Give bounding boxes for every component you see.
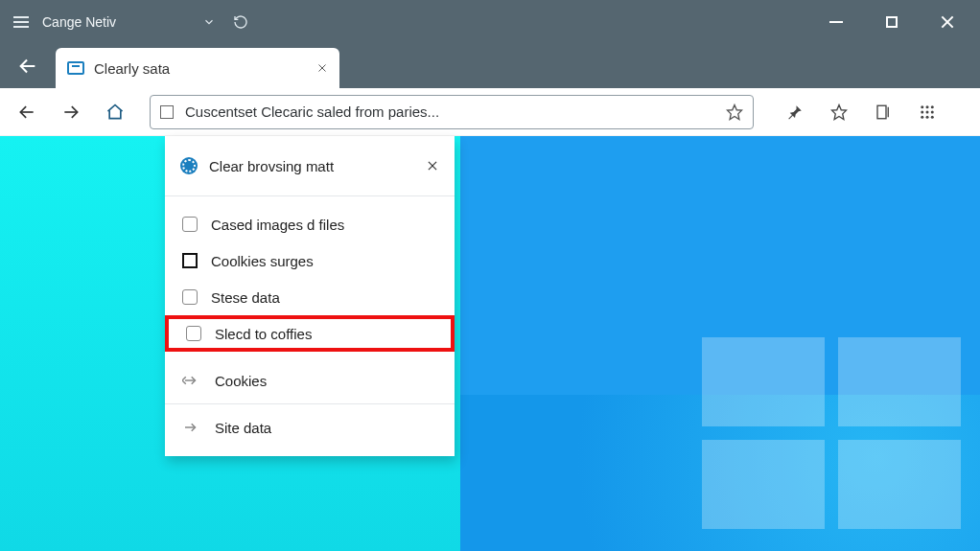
menu-icon[interactable] (13, 16, 29, 28)
svg-point-12 (921, 110, 923, 113)
checkbox-label: Stese data (211, 289, 280, 306)
svg-marker-6 (832, 104, 847, 119)
panel-header: Clear brovsing matt (165, 136, 455, 195)
toolbar: Cuscentset Clecaric saled from paries... (0, 88, 980, 136)
svg-rect-7 (877, 105, 886, 119)
desktop-background (0, 136, 980, 551)
minimize-button[interactable] (825, 11, 848, 34)
collections-icon[interactable] (875, 103, 892, 121)
arrow-right-icon (182, 419, 199, 436)
checkbox-cookies-surges[interactable]: Coolkies surges (165, 242, 455, 279)
svg-point-10 (926, 105, 929, 108)
close-window-button[interactable] (936, 11, 959, 34)
title-bar: Cange Netiv (0, 0, 980, 44)
globe-icon (180, 157, 198, 174)
svg-point-16 (926, 115, 929, 118)
checkbox-label: Cased images d files (211, 217, 344, 233)
checkbox-icon[interactable] (182, 289, 198, 305)
back-history-button[interactable] (13, 52, 42, 80)
checkbox-cached-images[interactable]: Cased images d files (165, 206, 455, 242)
svg-point-11 (931, 105, 934, 108)
checkbox-icon[interactable] (186, 326, 201, 341)
tab-favicon-icon (67, 61, 84, 75)
star-icon[interactable] (726, 103, 743, 121)
windows-logo-icon (702, 337, 961, 529)
address-bar[interactable]: Cuscentset Clecaric saled from paries... (150, 95, 754, 129)
window-title: Cange Netiv (42, 14, 116, 30)
checkbox-label: Coolkies surges (211, 253, 314, 269)
close-panel-button[interactable] (426, 159, 439, 172)
content-area: Clear brovsing matt Cased images d files… (0, 136, 980, 551)
home-button[interactable] (105, 103, 125, 122)
svg-point-17 (931, 115, 934, 118)
svg-marker-5 (728, 104, 742, 119)
row-label: Cookies (215, 373, 267, 389)
browser-tab[interactable]: Clearly sata (56, 48, 339, 88)
panel-title: Clear brovsing matt (209, 158, 414, 174)
favorites-icon[interactable] (830, 103, 848, 121)
arrow-right-icon (182, 372, 199, 389)
page-icon (160, 105, 174, 119)
row-label: Site data (215, 420, 271, 436)
checkbox-slecd-coffies[interactable]: Slecd to coffies (165, 315, 455, 352)
row-cookies[interactable]: Cookies (165, 357, 455, 403)
pin-icon[interactable] (786, 103, 804, 121)
maximize-button[interactable] (880, 11, 903, 34)
nav-forward-button[interactable] (61, 103, 81, 122)
checkbox-stese-data[interactable]: Stese data (165, 279, 455, 315)
svg-point-13 (926, 110, 929, 113)
checkbox-icon[interactable] (182, 217, 198, 232)
checkbox-label: Slecd to coffies (215, 326, 312, 342)
close-tab-button[interactable] (316, 62, 328, 74)
chevron-down-icon[interactable] (202, 15, 216, 29)
row-site-data[interactable]: Site data (165, 404, 455, 450)
checkbox-icon[interactable] (182, 253, 198, 268)
tab-strip: Clearly sata (0, 44, 980, 88)
more-icon[interactable] (919, 103, 936, 121)
svg-point-15 (921, 115, 923, 118)
svg-point-9 (921, 105, 923, 108)
tab-title: Clearly sata (94, 60, 307, 77)
svg-point-14 (931, 110, 934, 113)
clear-browsing-panel: Clear brovsing matt Cased images d files… (165, 136, 455, 456)
refresh-icon[interactable] (233, 14, 248, 30)
nav-back-button[interactable] (17, 103, 36, 122)
address-text: Cuscentset Clecaric saled from paries... (185, 103, 714, 120)
